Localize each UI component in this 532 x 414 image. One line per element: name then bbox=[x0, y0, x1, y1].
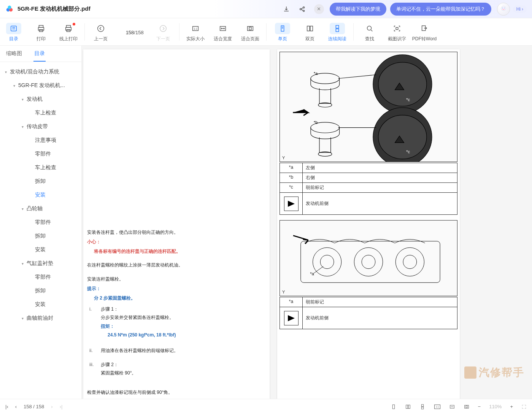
page-viewport[interactable]: 安装各连杆盖，使凸出部分朝向正确的方向。 小心： 将各标有编号的连杆盖与正确的连… bbox=[82, 46, 532, 399]
download-icon[interactable] bbox=[280, 3, 293, 16]
svg-rect-59 bbox=[466, 406, 467, 408]
online-print-button[interactable]: 线上打印 bbox=[55, 21, 82, 44]
svg-point-44 bbox=[320, 255, 334, 269]
tree-item[interactable]: 零部件 bbox=[0, 270, 81, 284]
zoom-out-icon[interactable]: − bbox=[478, 404, 481, 409]
svg-point-45 bbox=[354, 247, 383, 276]
prev-page-icon[interactable]: ‹ bbox=[15, 404, 17, 409]
next-page-button: 下一页 bbox=[149, 21, 177, 44]
svg-rect-23 bbox=[281, 25, 284, 31]
tree-item[interactable]: ▾凸轮轴 bbox=[0, 202, 81, 216]
sidebar: 缩略图 目录 ▾发动机/混合动力系统▾5GR-FE 发动机机...▾发动机车上检… bbox=[0, 46, 82, 399]
tree-item[interactable]: 拆卸 bbox=[0, 229, 81, 243]
view-continuous-icon[interactable] bbox=[419, 404, 426, 410]
tree-item[interactable]: 安装 bbox=[0, 243, 81, 257]
page-display: 158 / 158 bbox=[24, 404, 44, 409]
svg-text:*a: *a bbox=[310, 271, 314, 276]
svg-point-16 bbox=[98, 25, 104, 32]
tree-item[interactable]: 零部件 bbox=[0, 216, 81, 229]
pdf-page-right: *a *b *c *c Y *a左侧 bbox=[277, 49, 460, 399]
view-double-icon[interactable] bbox=[405, 404, 411, 410]
tree-item[interactable]: 车上检查 bbox=[0, 161, 81, 174]
tree-item[interactable]: 车上检查 bbox=[0, 106, 81, 120]
fit-page-button[interactable]: 适合页面 bbox=[237, 21, 264, 44]
first-page-icon[interactable]: |‹ bbox=[5, 404, 8, 409]
suggestion-pill-1[interactable]: 帮我解读下我的梦境 bbox=[330, 3, 386, 16]
svg-point-46 bbox=[362, 255, 375, 269]
svg-point-6 bbox=[501, 6, 506, 11]
toc-button[interactable]: 目录 bbox=[0, 21, 27, 44]
tab-thumbnails[interactable]: 缩略图 bbox=[0, 46, 28, 62]
tree-item[interactable]: ▾发动机/混合动力系统 bbox=[0, 65, 81, 79]
svg-text:*b: *b bbox=[314, 120, 318, 125]
svg-text:1:1: 1:1 bbox=[194, 27, 197, 30]
svg-rect-27 bbox=[336, 29, 338, 31]
tree-item[interactable]: ▾传动皮带 bbox=[0, 120, 81, 133]
svg-point-8 bbox=[504, 8, 505, 8]
svg-point-48 bbox=[403, 255, 417, 269]
view-single-icon[interactable] bbox=[391, 404, 397, 410]
figure-crankcase: *a Y bbox=[279, 220, 457, 296]
page-input[interactable] bbox=[120, 30, 134, 35]
tree-item[interactable]: ▾气缸盖衬垫 bbox=[0, 257, 81, 270]
pdf-to-word-button[interactable]: PDF转Word bbox=[411, 21, 438, 44]
svg-rect-10 bbox=[39, 25, 43, 27]
print-button[interactable]: 打印 bbox=[27, 21, 55, 44]
svg-rect-51 bbox=[406, 405, 408, 408]
tree-item[interactable]: ▾5GR-FE 发动机机... bbox=[0, 79, 81, 92]
actual-size-button[interactable]: 1:1实际大小 bbox=[182, 21, 209, 44]
find-button[interactable]: 查找 bbox=[356, 21, 383, 44]
last-page-icon[interactable]: ›| bbox=[60, 404, 63, 409]
view-fitw-icon[interactable] bbox=[449, 404, 455, 410]
svg-rect-25 bbox=[310, 26, 313, 31]
tree-item[interactable]: 安装 bbox=[0, 188, 81, 202]
zoom-in-icon[interactable]: + bbox=[510, 404, 513, 409]
view-fitp-icon[interactable] bbox=[464, 404, 470, 410]
zoom-level: 110% bbox=[489, 404, 502, 409]
continuous-read-button[interactable]: 连续阅读 bbox=[324, 21, 351, 44]
page-indicator[interactable]: / 158 bbox=[114, 21, 149, 44]
outline-tree[interactable]: ▾发动机/混合动力系统▾5GR-FE 发动机机...▾发动机车上检查▾传动皮带注… bbox=[0, 62, 81, 399]
single-page-button[interactable]: 单页 bbox=[269, 21, 296, 44]
tree-item[interactable]: 注意事项 bbox=[0, 133, 81, 147]
svg-rect-22 bbox=[249, 27, 251, 30]
app-logo bbox=[5, 5, 14, 13]
view-actual-icon[interactable]: 1:1 bbox=[434, 404, 441, 409]
suggestion-pill-2[interactable]: 单词记不住，云一朵能帮我加深记忆吗？ bbox=[390, 3, 491, 16]
svg-text:*a: *a bbox=[314, 71, 318, 76]
share-icon[interactable] bbox=[296, 3, 309, 16]
front-arrow-icon bbox=[280, 193, 303, 214]
fit-width-button[interactable]: 适合宽度 bbox=[209, 21, 237, 44]
svg-rect-50 bbox=[392, 404, 394, 409]
pdf-page-left: 安装各连杆盖，使凸出部分朝向正确的方向。 小心： 将各标有编号的连杆盖与正确的连… bbox=[83, 49, 270, 399]
svg-point-47 bbox=[395, 247, 424, 276]
tree-item[interactable]: ▾发动机 bbox=[0, 92, 81, 106]
svg-point-17 bbox=[160, 25, 167, 32]
tree-item[interactable]: 拆卸 bbox=[0, 174, 81, 188]
prev-page-button[interactable]: 上一页 bbox=[87, 21, 114, 44]
svg-text:*c: *c bbox=[406, 149, 410, 154]
titlebar: 5GR-FE 发动机机械部分.pdf ✕ 帮我解读下我的梦境 单词记不住，云一朵… bbox=[0, 0, 532, 18]
svg-point-2 bbox=[8, 5, 11, 9]
screenshot-ocr-button[interactable]: 截图识字 bbox=[383, 21, 411, 44]
svg-rect-26 bbox=[336, 25, 338, 28]
svg-rect-15 bbox=[67, 29, 70, 32]
hi-badge[interactable]: Hi› bbox=[513, 5, 527, 13]
svg-rect-52 bbox=[408, 405, 410, 408]
assistant-avatar[interactable] bbox=[497, 3, 510, 16]
tree-item[interactable]: 拆卸 bbox=[0, 284, 81, 298]
document-title: 5GR-FE 发动机机械部分.pdf bbox=[17, 5, 91, 13]
svg-rect-24 bbox=[307, 26, 310, 31]
tree-item[interactable]: 安装 bbox=[0, 298, 81, 311]
tree-item[interactable]: ▾曲轴前油封 bbox=[0, 311, 81, 325]
next-page-icon[interactable]: › bbox=[51, 404, 52, 409]
svg-point-7 bbox=[502, 8, 503, 8]
close-suggestion-icon[interactable]: ✕ bbox=[314, 4, 324, 14]
fullscreen-icon[interactable] bbox=[521, 404, 527, 409]
legend-table-1: *a左侧 *b右侧 *c朝前标记 发动机前侧 bbox=[279, 163, 457, 215]
svg-rect-9 bbox=[11, 26, 17, 31]
tab-toc[interactable]: 目录 bbox=[28, 46, 51, 62]
double-page-button[interactable]: 双页 bbox=[296, 21, 324, 44]
tree-item[interactable]: 零部件 bbox=[0, 147, 81, 161]
svg-rect-13 bbox=[67, 25, 71, 27]
